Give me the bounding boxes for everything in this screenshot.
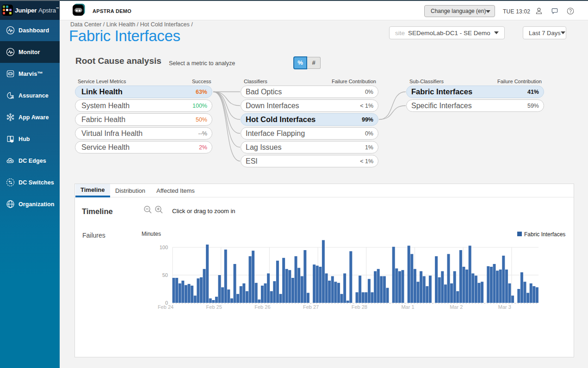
svg-text:Feb 24: Feb 24 — [158, 304, 173, 310]
svg-text:100: 100 — [160, 245, 168, 250]
svg-text:Mar 3: Mar 3 — [498, 304, 511, 310]
svg-text:Feb 26: Feb 26 — [254, 304, 270, 310]
svg-text:Feb 27: Feb 27 — [303, 304, 319, 310]
svg-text:Mar 2: Mar 2 — [450, 304, 463, 310]
svg-text:Feb 25: Feb 25 — [206, 304, 222, 310]
svg-text:Mar 1: Mar 1 — [401, 304, 414, 310]
svg-text:50: 50 — [162, 272, 168, 278]
svg-text:Feb 28: Feb 28 — [352, 304, 367, 310]
